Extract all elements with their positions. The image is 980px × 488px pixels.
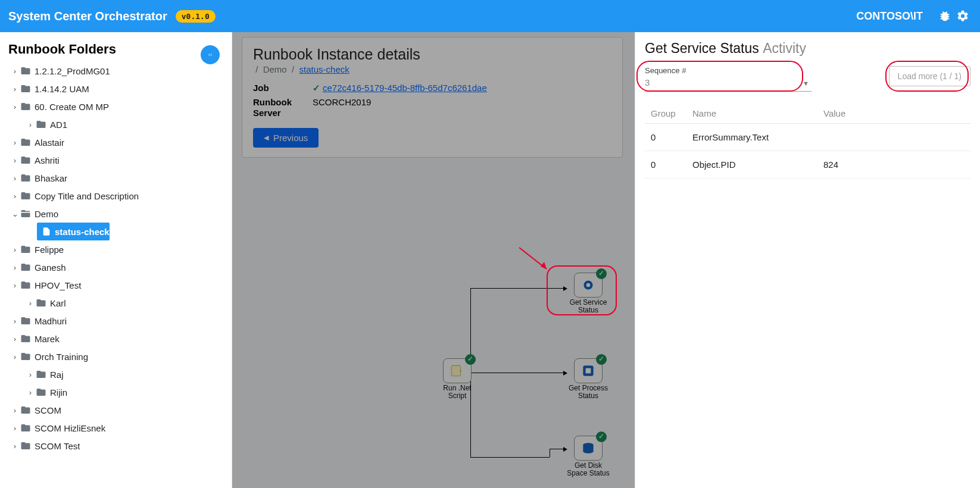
disk-icon <box>580 440 596 456</box>
sidebar-folder[interactable]: ›Alastair <box>10 133 228 151</box>
bug-icon[interactable] <box>938 10 951 23</box>
topbar: System Center Orchestrator v0.1.0 CONTOS… <box>0 0 980 32</box>
runbook-instance-details-card: Runbook Instance details / Demo / status… <box>242 37 623 158</box>
sidebar-folder[interactable]: ›SCOM <box>10 401 228 419</box>
activity-node-get-disk-space[interactable]: ✓ Get Disk Space Status <box>566 436 611 477</box>
activity-data-table: Group Name Value 0ErrorSummary.Text0Obje… <box>645 104 970 179</box>
sidebar-folder[interactable]: ›Madhuri <box>10 312 228 330</box>
settings-gear-icon[interactable] <box>956 10 969 23</box>
sidebar-folder[interactable]: ›Bhaskar <box>10 169 228 187</box>
sidebar-folder[interactable]: ›HPOV_Test <box>10 276 228 294</box>
runbook-folders-sidebar: Runbook Folders ›1.2.1.2_ProdMG01›1.4.14… <box>0 32 232 488</box>
sidebar-folder[interactable]: ›Raj <box>10 365 228 383</box>
sidebar-folder[interactable]: ›1.2.1.2_ProdMG01 <box>10 62 228 80</box>
app-title: System Center Orchestrator <box>8 10 167 23</box>
svg-rect-0 <box>451 365 460 376</box>
sidebar-heading: Runbook Folders <box>0 32 232 62</box>
script-icon <box>450 363 465 378</box>
col-name: Name <box>686 104 817 124</box>
folder-tree[interactable]: ›1.2.1.2_ProdMG01›1.4.14.2 UAM›60. Creat… <box>0 62 232 486</box>
sidebar-folder[interactable]: ›SCOM HizliEsnek <box>10 419 228 437</box>
sidebar-folder[interactable]: ›Orch Training <box>10 348 228 365</box>
activity-panel-title: Get Service Status Activity <box>645 40 970 57</box>
process-icon <box>580 363 596 378</box>
sidebar-folder[interactable]: ›Ganesh <box>10 258 228 276</box>
breadcrumb-root[interactable]: Demo <box>263 64 287 74</box>
version-badge: v0.1.0 <box>176 10 216 23</box>
sidebar-folder[interactable]: ›AD1 <box>10 115 228 133</box>
left-triangle-icon: ◀ <box>264 134 269 142</box>
activity-node-get-process-status[interactable]: ✓ Get Process Status <box>566 358 611 400</box>
sidebar-folder[interactable]: ›60. Create OM MP <box>10 98 228 115</box>
breadcrumb-leaf[interactable]: status-check <box>299 64 349 74</box>
chevron-down-icon: ▼ <box>803 80 809 87</box>
activity-node-run-net-script[interactable]: ✓ Run .Net Script <box>435 358 480 400</box>
previous-button[interactable]: ◀ Previous <box>253 128 319 148</box>
table-row[interactable]: 0ErrorSummary.Text <box>645 124 970 151</box>
runbook-diagram: ✓ Run .Net Script ✓ Get Service Status ✓… <box>232 229 635 488</box>
col-group: Group <box>645 104 686 124</box>
sidebar-folder[interactable]: ›Karl <box>10 294 228 312</box>
sidebar-folder[interactable]: ›Copy Title and Description <box>10 187 228 205</box>
sidebar-folder[interactable]: ⌄Demo <box>10 205 228 223</box>
sidebar-folder[interactable]: ›SCOM Test <box>10 437 228 455</box>
job-id-link[interactable]: ce72c416-5179-45db-8ffb-65d7c6261dae <box>323 83 487 93</box>
collapse-sidebar-button[interactable] <box>201 45 220 64</box>
gear-search-icon <box>580 277 596 293</box>
server-value: SCORCH2019 <box>313 97 371 118</box>
job-label: Job <box>253 83 313 93</box>
activity-node-get-service-status[interactable]: ✓ Get Service Status <box>566 273 611 314</box>
details-heading: Runbook Instance details <box>253 46 611 63</box>
sidebar-folder[interactable]: ›Felippe <box>10 240 228 258</box>
table-row[interactable]: 0Object.PID824 <box>645 151 970 179</box>
collapse-icon <box>206 51 214 59</box>
check-icon: ✓ <box>313 83 320 93</box>
sidebar-folder[interactable]: ›Rijin <box>10 383 228 401</box>
sequence-dropdown[interactable]: Sequence # ▼ <box>645 66 812 92</box>
sidebar-folder[interactable]: ›Ashriti <box>10 151 228 169</box>
col-value: Value <box>817 104 970 124</box>
load-more-button[interactable]: Load more (1 / 1) <box>889 66 970 86</box>
sidebar-folder[interactable]: ›Marek <box>10 330 228 348</box>
sidebar-file-selected[interactable]: status-check <box>37 223 110 240</box>
sequence-value[interactable] <box>645 75 812 92</box>
svg-rect-4 <box>586 368 591 374</box>
breadcrumb: / Demo / status-check <box>253 64 611 74</box>
svg-point-2 <box>586 283 591 287</box>
account-name: CONTOSO\IT <box>856 10 923 23</box>
sidebar-folder[interactable]: ›1.4.14.2 UAM <box>10 80 228 98</box>
server-label: Runbook Server <box>253 97 313 118</box>
activity-details-panel: Get Service Status Activity Sequence # ▼… <box>635 32 980 488</box>
main-canvas: Runbook Instance details / Demo / status… <box>232 32 635 488</box>
